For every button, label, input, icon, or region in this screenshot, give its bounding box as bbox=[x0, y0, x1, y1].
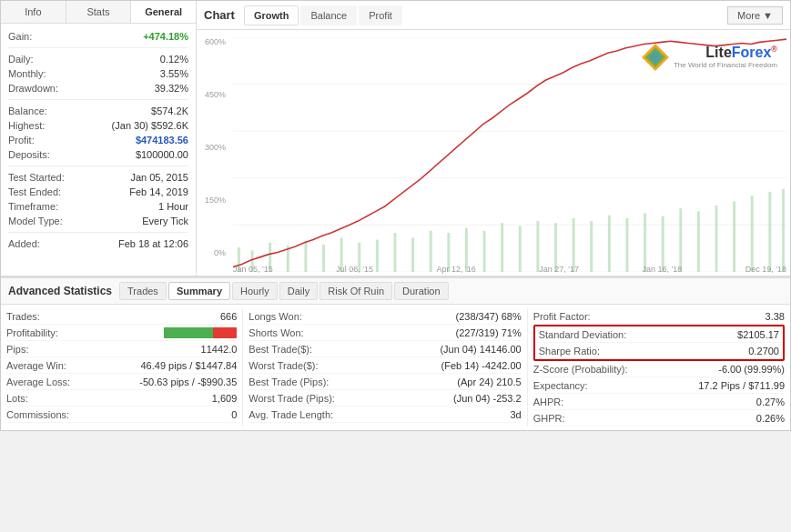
best-trade-stat: Best Trade($): (Jun 04) 14146.00 bbox=[248, 341, 521, 357]
stats-col-1: Trades: 666 Profitability: Pips: 11442.0… bbox=[1, 308, 243, 427]
deposits-label: Deposits: bbox=[8, 149, 50, 160]
trades-label: Trades: bbox=[6, 311, 40, 322]
chart-area: 600% 450% 300% 150% 0% bbox=[197, 30, 790, 276]
monthly-label: Monthly: bbox=[8, 68, 46, 79]
y-label-150: 150% bbox=[197, 196, 229, 205]
tab-duration[interactable]: Duration bbox=[394, 282, 449, 300]
highest-row: Highest: (Jan 30) $592.6K bbox=[8, 118, 188, 133]
gain-value: +474.18% bbox=[143, 31, 188, 42]
more-button[interactable]: More ▼ bbox=[727, 6, 783, 25]
best-pips-label: Best Trade (Pips): bbox=[248, 376, 329, 387]
tab-info[interactable]: Info bbox=[1, 1, 66, 23]
x-label-6: Dec 19, '18 bbox=[745, 265, 786, 274]
pips-label: Pips: bbox=[6, 344, 28, 355]
tab-profit[interactable]: Profit bbox=[359, 5, 402, 25]
test-ended-row: Test Ended: Feb 14, 2019 bbox=[8, 185, 188, 199]
model-value: Every Tick bbox=[142, 216, 188, 226]
test-started-value: Jan 05, 2015 bbox=[130, 172, 188, 183]
x-axis-labels: Jan 05, '15 Jul 06, '15 Apr 12, '16 Jan … bbox=[233, 265, 786, 274]
tab-general[interactable]: General bbox=[131, 1, 196, 23]
zscore-value: -6.00 (99.99%) bbox=[718, 364, 785, 375]
pips-value: 11442.0 bbox=[201, 344, 238, 355]
x-label-4: Jan 27, '17 bbox=[539, 265, 579, 274]
profit-factor-label: Profit Factor: bbox=[533, 311, 591, 322]
drawdown-label: Drawdown: bbox=[8, 83, 58, 94]
best-trade-label: Best Trade($): bbox=[248, 344, 312, 355]
y-label-300: 300% bbox=[197, 143, 229, 152]
expectancy-value: 17.2 Pips / $711.99 bbox=[698, 380, 785, 391]
ghpr-label: GHPR: bbox=[533, 413, 565, 424]
liteforex-diamond-icon bbox=[641, 43, 670, 72]
avg-win-label: Average Win: bbox=[6, 360, 66, 371]
commissions-value: 0 bbox=[231, 409, 237, 420]
longs-won-stat: Longs Won: (238/347) 68% bbox=[248, 308, 521, 325]
avg-trade-len-stat: Avg. Trade Length: 3d bbox=[248, 407, 521, 423]
tab-balance[interactable]: Balance bbox=[300, 5, 357, 25]
stats-title: Advanced Statistics bbox=[8, 285, 112, 297]
profit-green-bar bbox=[164, 327, 212, 338]
tab-growth[interactable]: Growth bbox=[244, 5, 299, 25]
chart-tabs: Growth Balance Profit bbox=[244, 5, 402, 25]
test-started-row: Test Started: Jan 05, 2015 bbox=[8, 170, 188, 185]
added-value: Feb 18 at 12:06 bbox=[118, 238, 188, 249]
svg-rect-34 bbox=[733, 202, 735, 272]
shorts-won-stat: Shorts Won: (227/319) 71% bbox=[248, 325, 521, 341]
profit-row: Profit: $474183.56 bbox=[8, 133, 188, 147]
gain-label: Gain: bbox=[8, 31, 32, 42]
liteforex-lite: Lite bbox=[705, 45, 731, 60]
test-started-label: Test Started: bbox=[8, 172, 65, 183]
liteforex-logo: LiteForex® The World of Financial Freedo… bbox=[641, 43, 777, 72]
profit-label: Profit: bbox=[8, 135, 35, 146]
ahpr-stat: AHPR: 0.27% bbox=[533, 394, 785, 410]
std-dev-stat: Standard Deviation: $2105.17 bbox=[535, 326, 783, 343]
longs-won-label: Longs Won: bbox=[248, 311, 302, 322]
best-trade-value: (Jun 04) 14146.00 bbox=[440, 344, 521, 355]
tab-summary[interactable]: Summary bbox=[168, 282, 230, 300]
x-label-1: Jan 05, '15 bbox=[233, 265, 273, 274]
lots-label: Lots: bbox=[6, 393, 28, 404]
x-label-5: Jan 16, '18 bbox=[642, 265, 682, 274]
trades-value: 666 bbox=[220, 311, 237, 322]
sharpe-ratio-stat: Sharpe Ratio: 0.2700 bbox=[535, 343, 783, 359]
liteforex-tagline: The World of Financial Freedom bbox=[674, 61, 777, 70]
tab-daily[interactable]: Daily bbox=[279, 282, 318, 300]
timeframe-row: Timeframe: 1 Hour bbox=[8, 199, 188, 214]
svg-rect-30 bbox=[662, 216, 664, 272]
avg-trade-len-label: Avg. Trade Length: bbox=[248, 409, 333, 420]
sharpe-ratio-value: 0.2700 bbox=[748, 346, 779, 356]
tab-hourly[interactable]: Hourly bbox=[232, 282, 278, 300]
tab-stats[interactable]: Stats bbox=[66, 1, 132, 23]
svg-rect-36 bbox=[768, 192, 771, 272]
test-ended-label: Test Ended: bbox=[8, 186, 61, 197]
right-panel: Chart Growth Balance Profit More ▼ 600% … bbox=[197, 1, 790, 276]
bottom-section: Advanced Statistics Trades Summary Hourl… bbox=[1, 276, 790, 430]
profitability-bar bbox=[164, 327, 237, 338]
liteforex-forex: Forex bbox=[732, 45, 772, 60]
x-label-3: Apr 12, '16 bbox=[436, 265, 475, 274]
added-row: Added: Feb 18 at 12:06 bbox=[8, 236, 188, 251]
svg-rect-27 bbox=[608, 216, 611, 272]
chart-svg bbox=[233, 37, 786, 272]
trademark-icon: ® bbox=[771, 45, 777, 54]
stats-header: Advanced Statistics Trades Summary Hourl… bbox=[1, 278, 790, 305]
avg-loss-label: Average Loss: bbox=[6, 376, 70, 387]
lots-value: 1,609 bbox=[212, 393, 238, 404]
model-row: Model Type: Every Tick bbox=[8, 214, 188, 228]
chart-title: Chart bbox=[204, 5, 244, 25]
stats-col-3: Profit Factor: 3.38 Standard Deviation: … bbox=[528, 308, 790, 427]
avg-win-stat: Average Win: 46.49 pips / $1447.84 bbox=[6, 357, 237, 374]
profit-factor-stat: Profit Factor: 3.38 bbox=[533, 308, 785, 325]
test-ended-value: Feb 14, 2019 bbox=[129, 186, 188, 197]
monthly-row: Monthly: 3.55% bbox=[8, 66, 188, 81]
deposits-value: $100000.00 bbox=[136, 149, 188, 160]
tab-risk[interactable]: Risk Of Ruin bbox=[319, 282, 392, 300]
worst-trade-label: Worst Trade($): bbox=[248, 360, 318, 371]
worst-pips-label: Worst Trade (Pips): bbox=[248, 393, 335, 404]
tab-trades[interactable]: Trades bbox=[119, 282, 167, 300]
commissions-label: Commissions: bbox=[6, 409, 69, 420]
svg-rect-35 bbox=[751, 196, 754, 272]
svg-rect-33 bbox=[715, 206, 718, 272]
avg-loss-value: -50.63 pips / -$990.35 bbox=[139, 376, 237, 387]
zscore-label: Z-Score (Probability): bbox=[533, 364, 628, 375]
y-axis-labels: 600% 450% 300% 150% 0% bbox=[197, 37, 229, 257]
